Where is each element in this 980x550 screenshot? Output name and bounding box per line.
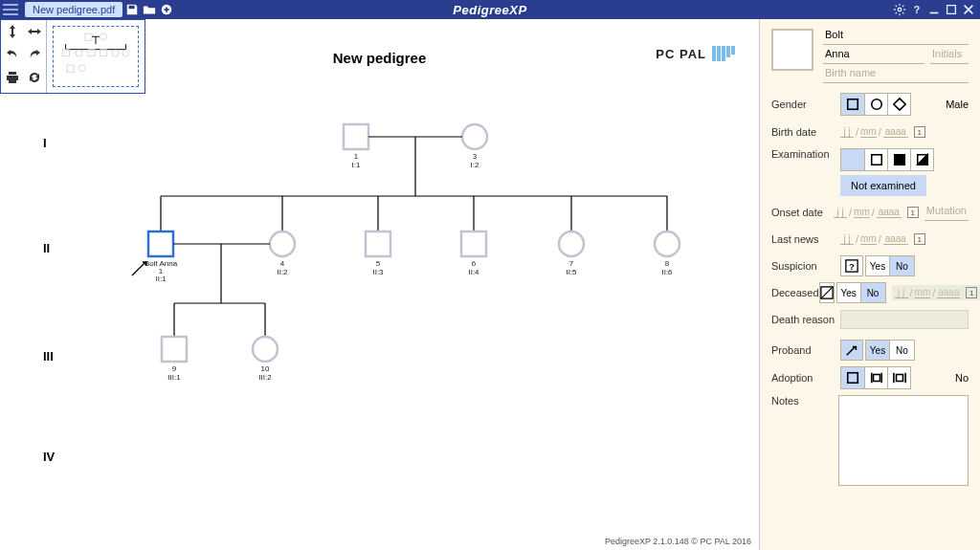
undo-icon[interactable] — [1, 43, 24, 66]
maximize-icon[interactable] — [944, 2, 959, 17]
birth-date-input[interactable]: j j/ mm/ aaaa 1 — [840, 126, 925, 138]
node-ii5[interactable] — [559, 231, 584, 256]
exam-half-icon[interactable] — [910, 149, 933, 170]
avatar[interactable] — [771, 29, 813, 71]
close-icon[interactable] — [961, 2, 976, 17]
svg-text:II:1: II:1 — [155, 275, 167, 283]
node-iii2[interactable] — [253, 337, 278, 362]
brand-logo: PC PAL — [656, 46, 735, 61]
proband-yes[interactable]: Yes — [865, 340, 890, 361]
suspicion-icon[interactable]: ? — [840, 255, 863, 276]
birth-label: Birth date — [771, 126, 840, 138]
birthname-field[interactable]: Birth name — [823, 67, 969, 83]
adoption-out-icon[interactable] — [887, 367, 910, 388]
deceased-yn[interactable]: Yes No — [836, 282, 886, 303]
node-iii1[interactable] — [162, 337, 187, 362]
svg-rect-7 — [62, 49, 69, 55]
settings-icon[interactable] — [892, 2, 907, 17]
pedigree-tree[interactable]: 1 I:1 3 I:2 Bolt Anna 1 II:1 4 II:2 5 II… — [14, 86, 742, 497]
calendar-icon[interactable]: 1 — [914, 233, 925, 245]
new-icon[interactable] — [159, 2, 174, 17]
adoption-value: No — [955, 372, 969, 384]
adoption-in-icon[interactable] — [864, 367, 887, 388]
gender-segmented[interactable] — [840, 93, 911, 116]
deceased-yes[interactable]: Yes — [836, 282, 861, 303]
svg-rect-9 — [88, 49, 95, 55]
svg-rect-45 — [873, 375, 880, 382]
svg-text:7: 7 — [569, 259, 574, 268]
svg-point-12 — [122, 50, 129, 56]
svg-text:5: 5 — [376, 259, 381, 268]
minimize-icon[interactable] — [926, 2, 942, 17]
svg-point-8 — [76, 50, 82, 56]
svg-point-11 — [112, 50, 119, 56]
deceased-icon[interactable] — [819, 282, 835, 303]
svg-point-6 — [100, 33, 106, 39]
canvas-area[interactable]: New pedigree PC PAL I II III IV 1 I:1 3 … — [0, 19, 760, 550]
exam-none-icon[interactable] — [841, 149, 864, 170]
suspicion-yn[interactable]: Yes No — [865, 255, 915, 276]
arrow-h-icon[interactable] — [24, 20, 47, 43]
node-ii2[interactable] — [270, 231, 295, 256]
node-ii3[interactable] — [366, 231, 390, 256]
mutation-field[interactable]: Mutation — [924, 205, 969, 221]
exam-outline-icon[interactable] — [864, 149, 887, 170]
redo-icon[interactable] — [24, 43, 47, 66]
open-icon[interactable] — [142, 2, 157, 17]
notes-label: Notes — [771, 395, 838, 407]
proband-yn[interactable]: Yes No — [865, 340, 915, 361]
node-ii6[interactable] — [655, 231, 679, 256]
svg-text:II:6: II:6 — [661, 268, 673, 276]
arrow-v-icon[interactable] — [1, 20, 24, 43]
help-icon[interactable]: ? — [909, 2, 924, 17]
given-field[interactable]: Anna — [823, 48, 924, 64]
svg-rect-44 — [848, 373, 858, 384]
svg-text:10: 10 — [261, 364, 270, 373]
suspicion-yes[interactable]: Yes — [865, 255, 890, 276]
menu-icon[interactable] — [2, 3, 19, 16]
svg-text:3: 3 — [473, 152, 478, 161]
file-tab[interactable]: New pedigree.pdf — [25, 2, 122, 17]
gender-male-icon[interactable] — [841, 94, 864, 115]
gender-unknown-icon[interactable] — [887, 94, 910, 115]
deathreason-label: Death reason — [771, 314, 840, 325]
deathreason-field — [840, 310, 969, 329]
initials-field[interactable]: Initials — [930, 48, 969, 64]
svg-point-37 — [871, 99, 881, 110]
onset-label: Onset date — [771, 207, 834, 218]
exam-segmented[interactable] — [840, 148, 934, 171]
deceased-date-input: j j/ mm/ aaaa 1 — [892, 285, 980, 300]
gender-female-icon[interactable] — [864, 94, 887, 115]
svg-text:4: 4 — [280, 259, 285, 268]
svg-text:?: ? — [849, 261, 855, 272]
svg-text:1: 1 — [354, 152, 359, 161]
calendar-icon[interactable]: 1 — [907, 207, 919, 218]
svg-text:I:1: I:1 — [352, 161, 361, 169]
node-i2[interactable] — [462, 124, 487, 149]
node-i1[interactable] — [344, 124, 368, 149]
adoption-label: Adoption — [771, 372, 840, 384]
node-ii4[interactable] — [461, 231, 486, 256]
calendar-icon[interactable]: 1 — [914, 126, 925, 138]
proband-no[interactable]: No — [890, 340, 915, 361]
surname-field[interactable]: Bolt — [823, 29, 969, 45]
svg-rect-10 — [100, 49, 107, 55]
svg-rect-13 — [67, 65, 74, 72]
lastnews-date-input[interactable]: j j/ mm/ aaaa 1 — [840, 233, 925, 245]
adoption-segmented[interactable] — [840, 366, 911, 389]
node-ii1-selected[interactable] — [148, 231, 173, 256]
svg-text:III:1: III:1 — [167, 373, 181, 382]
adoption-none-icon[interactable] — [841, 367, 864, 388]
suspicion-no[interactable]: No — [890, 255, 915, 276]
deceased-no[interactable]: No — [861, 282, 886, 303]
app-title: PedigreeXP — [453, 3, 526, 17]
thumbnail[interactable] — [53, 26, 139, 87]
svg-point-1 — [898, 8, 902, 11]
svg-rect-3 — [930, 12, 939, 14]
svg-rect-38 — [871, 155, 881, 165]
onset-date-input[interactable]: j j/ mm/ aaaa 1 — [834, 207, 919, 218]
save-icon[interactable] — [124, 2, 140, 17]
notes-field[interactable] — [838, 395, 969, 486]
exam-fill-icon[interactable] — [887, 149, 910, 170]
proband-icon[interactable] — [840, 340, 863, 361]
